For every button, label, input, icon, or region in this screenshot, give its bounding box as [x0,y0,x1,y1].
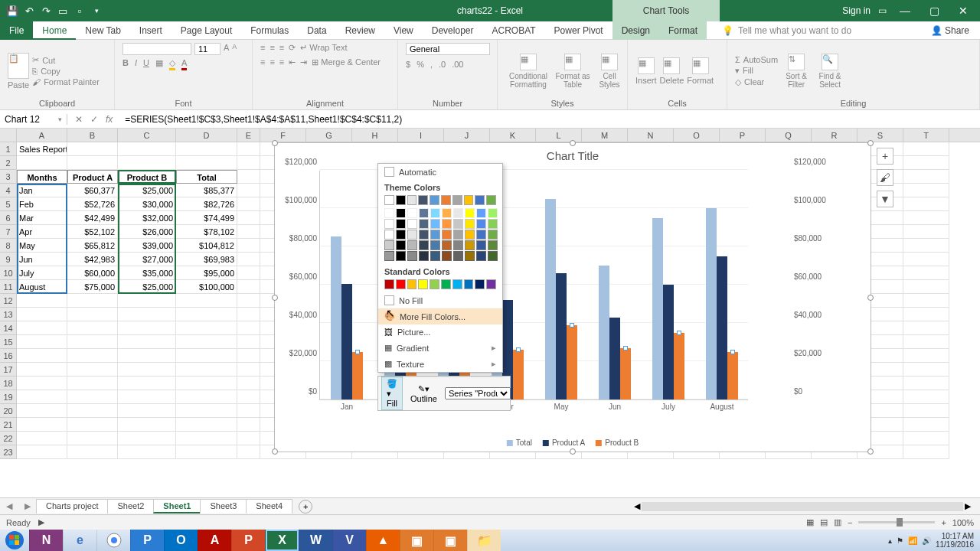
cell[interactable] [176,308,237,321]
cell[interactable]: July [17,266,67,280]
hscroll-right[interactable]: ▶ [965,501,971,511]
cell[interactable] [903,142,949,156]
tray-network-icon[interactable]: 📶 [908,536,917,545]
zoom-slider[interactable] [858,521,935,523]
cell[interactable] [237,404,260,418]
col-header[interactable]: D [176,129,237,142]
cell[interactable]: $100,000 [176,280,237,294]
color-swatch[interactable] [384,195,394,205]
color-swatch[interactable] [453,208,463,218]
wrap-text-button[interactable]: ↵ Wrap Text [300,43,347,53]
cell[interactable] [903,294,949,308]
cell[interactable] [118,404,176,418]
cell[interactable]: $26,000 [118,225,176,239]
cell[interactable]: $60,000 [67,266,118,280]
row-header[interactable]: 10 [0,266,17,280]
row-header[interactable]: 22 [0,432,17,445]
taskbar-vlc-icon[interactable]: ▲ [366,530,400,551]
cell[interactable] [67,321,118,335]
cell[interactable] [237,418,260,432]
col-header[interactable]: H [352,129,398,142]
cell[interactable] [118,142,176,156]
cell[interactable] [237,294,260,308]
cell[interactable] [237,335,260,349]
col-header[interactable]: C [118,129,176,142]
cell[interactable]: $65,812 [67,239,118,253]
cell[interactable] [903,308,949,321]
cell[interactable] [903,390,949,404]
cell[interactable]: August [17,280,67,294]
taskbar-word-icon[interactable]: W [299,530,332,551]
cell[interactable] [903,253,949,266]
cell[interactable] [237,197,260,211]
taskbar-acrobat-icon[interactable]: A [198,530,231,551]
formula-bar[interactable]: =SERIES(Sheet1!$C$3,Sheet1!$A$4:$A$11,Sh… [120,114,980,125]
chart-bar[interactable] [331,236,341,399]
chart-bar[interactable] [717,256,727,400]
merge-button[interactable]: ⊞ Merge & Center [312,57,381,67]
cancel-formula-icon[interactable]: ✕ [75,114,83,125]
cell[interactable] [903,377,949,390]
redo-icon[interactable]: ↷ [40,5,52,17]
color-swatch[interactable] [476,251,486,261]
ribbon-display-icon[interactable]: ▭ [878,5,887,16]
cell[interactable] [17,308,67,321]
row-header[interactable]: 19 [0,390,17,404]
cell[interactable] [176,418,237,432]
decrease-decimal-icon[interactable]: .00 [452,60,463,69]
row-header[interactable]: 17 [0,363,17,377]
cell[interactable] [118,349,176,363]
format-painter-button[interactable]: 🖌 Format Painter [32,77,100,86]
tray-flag-icon[interactable]: ⚑ [897,536,903,545]
format-as-table-button[interactable]: ▦Format as Table [554,54,591,89]
cell[interactable] [176,349,237,363]
cell[interactable] [118,363,176,377]
color-swatch[interactable] [419,251,429,261]
cell[interactable]: $85,377 [176,184,237,197]
orientation-icon[interactable]: ⟳ [289,43,296,53]
row-header[interactable]: 20 [0,404,17,418]
row-header[interactable]: 15 [0,335,17,349]
decrease-font-icon[interactable]: A [232,43,237,55]
color-swatch[interactable] [430,279,439,289]
cell[interactable] [176,377,237,390]
sheet-tab[interactable]: Sheet2 [107,499,154,514]
cell[interactable]: $25,000 [118,184,176,197]
copy-button[interactable]: ⎘ Copy [32,67,100,76]
cell[interactable] [237,170,260,184]
cut-button[interactable]: ✂ Cut [32,55,100,65]
format-cells-button[interactable]: ▦Format [687,57,714,85]
mini-outline-button[interactable]: ✎▾Outline [406,383,442,405]
macro-record-icon[interactable]: ▶ [38,517,44,527]
taskbar-ie-icon[interactable]: e [63,530,96,551]
tab-review[interactable]: Review [336,21,384,40]
color-swatch[interactable] [488,208,498,218]
cell[interactable]: $82,726 [176,197,237,211]
cell[interactable]: $39,000 [118,239,176,253]
taskbar-publisher-icon[interactable]: P [130,530,164,551]
taskbar-explorer-icon[interactable]: 📁 [467,530,501,551]
cell[interactable] [17,377,67,390]
color-swatch[interactable] [430,195,439,205]
color-swatch[interactable] [453,240,463,250]
cell[interactable] [17,321,67,335]
zoom-in-icon[interactable]: + [941,518,946,527]
chart-object[interactable]: Chart Title $0$0$20,000$20,000$40,000$40… [274,142,871,452]
view-layout-icon[interactable]: ▤ [820,517,828,527]
cell[interactable]: Mar [17,211,67,225]
tab-formulas[interactable]: Formulas [241,21,298,40]
color-swatch[interactable] [396,279,406,289]
cell[interactable]: $30,000 [118,197,176,211]
cell[interactable] [67,294,118,308]
sheet-tab[interactable]: Sheet4 [246,499,292,514]
tab-design[interactable]: Design [612,21,659,40]
taskbar-app2-icon[interactable]: ▣ [433,530,467,551]
cell[interactable] [903,445,949,459]
row-header[interactable]: 21 [0,418,17,432]
sheet-tab[interactable]: Sheet1 [153,499,201,514]
cell[interactable]: $25,000 [118,280,176,294]
increase-font-icon[interactable]: A [224,43,229,55]
clear-button[interactable]: ◇ Clear [735,77,778,87]
enter-formula-icon[interactable]: ✓ [90,114,98,125]
percent-icon[interactable]: % [416,60,424,69]
